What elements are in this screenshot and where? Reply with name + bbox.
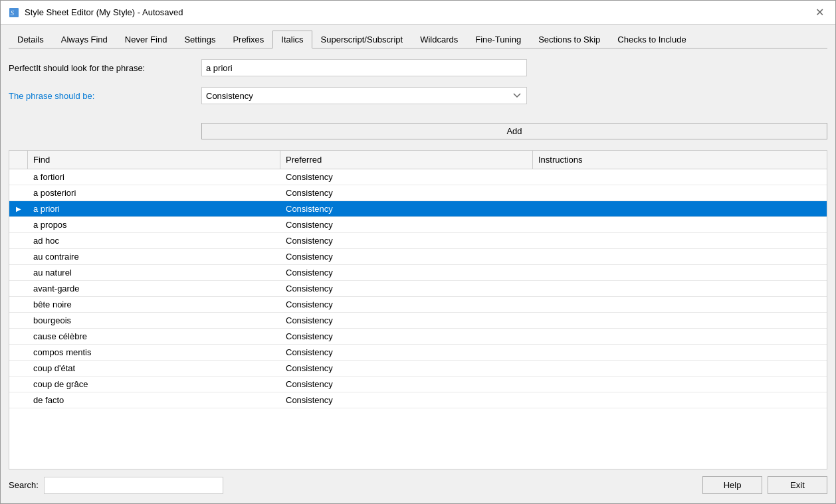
row-find: a propos xyxy=(28,218,280,231)
table-row[interactable]: bourgeois Consistency xyxy=(9,313,827,329)
footer-right: Help Exit xyxy=(702,476,827,494)
tab-fine-tuning[interactable]: Fine-Tuning xyxy=(467,31,530,48)
table-row[interactable]: cause célèbre Consistency xyxy=(9,329,827,345)
search-label: Search: xyxy=(9,480,39,490)
exit-button[interactable]: Exit xyxy=(768,476,827,494)
row-find: ad hoc xyxy=(28,234,280,247)
table-row[interactable]: de facto Consistency xyxy=(9,392,827,408)
tab-bar: Details Always Find Never Find Settings … xyxy=(9,30,827,48)
row-preferred: Consistency xyxy=(280,218,533,231)
style-label: The phrase should be: xyxy=(9,91,201,101)
tab-superscript-subscript[interactable]: Superscript/Subscript xyxy=(312,31,412,48)
row-instructions xyxy=(533,335,827,338)
phrase-row: PerfectIt should look for the phrase: xyxy=(9,59,827,76)
tab-wildcards[interactable]: Wildcards xyxy=(411,31,467,48)
row-arrow xyxy=(9,335,28,338)
search-input[interactable] xyxy=(44,477,223,494)
table-row[interactable]: coup de grâce Consistency xyxy=(9,377,827,392)
tab-checks-to-include[interactable]: Checks to Include xyxy=(609,31,694,48)
row-preferred: Consistency xyxy=(280,282,533,295)
row-preferred: Consistency xyxy=(280,234,533,247)
table-row[interactable]: bête noire Consistency xyxy=(9,297,827,313)
row-instructions xyxy=(533,303,827,306)
table-row[interactable]: avant-garde Consistency xyxy=(9,281,827,297)
row-arrow xyxy=(9,351,28,354)
row-preferred: Consistency xyxy=(280,187,533,199)
style-select[interactable]: Consistency Always Italic Never Italic xyxy=(201,87,527,104)
form-section: PerfectIt should look for the phrase: Th… xyxy=(9,59,827,115)
row-arrow xyxy=(9,256,28,258)
tab-sections-to-skip[interactable]: Sections to Skip xyxy=(530,31,609,48)
table-row[interactable]: coup d'état Consistency xyxy=(9,361,827,377)
row-arrow: ▶ xyxy=(9,204,28,214)
row-find: avant-garde xyxy=(28,282,280,295)
row-preferred: Consistency xyxy=(280,250,533,263)
row-instructions xyxy=(533,176,827,179)
row-arrow xyxy=(9,176,28,179)
row-instructions xyxy=(533,224,827,226)
row-find: a posteriori xyxy=(28,187,280,199)
tab-never-find[interactable]: Never Find xyxy=(116,31,176,48)
scrollbar-spacer xyxy=(815,151,827,169)
row-find: cause célèbre xyxy=(28,330,280,343)
col-header-instructions: Instructions xyxy=(533,151,815,169)
table-row[interactable]: a propos Consistency xyxy=(9,217,827,233)
row-preferred: Consistency xyxy=(280,314,533,327)
phrase-input[interactable] xyxy=(201,59,527,76)
footer-left: Search: xyxy=(9,477,223,494)
table-row[interactable]: a posteriori Consistency xyxy=(9,185,827,201)
row-arrow xyxy=(9,319,28,322)
main-window: S Style Sheet Editor (My Style) - Autosa… xyxy=(0,0,836,504)
style-row: The phrase should be: Consistency Always… xyxy=(9,87,827,104)
footer: Search: Help Exit xyxy=(9,469,827,498)
row-preferred: Consistency xyxy=(280,346,533,359)
add-button[interactable]: Add xyxy=(201,123,827,139)
help-button[interactable]: Help xyxy=(702,476,762,494)
row-instructions xyxy=(533,383,827,386)
row-find: compos mentis xyxy=(28,346,280,359)
tab-prefixes[interactable]: Prefixes xyxy=(224,31,272,48)
table-header: Find Preferred Instructions xyxy=(9,151,827,169)
tab-always-find[interactable]: Always Find xyxy=(52,31,116,48)
window-title: Style Sheet Editor (My Style) - Autosave… xyxy=(25,7,183,17)
row-find: a priori xyxy=(28,203,280,215)
row-preferred: Consistency xyxy=(280,378,533,390)
row-instructions xyxy=(533,272,827,274)
row-instructions xyxy=(533,367,827,370)
main-area: PerfectIt should look for the phrase: Th… xyxy=(9,48,827,469)
table-container: Find Preferred Instructions a fortiori C… xyxy=(9,150,827,469)
svg-text:S: S xyxy=(11,9,14,17)
table-row[interactable]: a fortiori Consistency xyxy=(9,169,827,185)
row-instructions xyxy=(533,319,827,322)
row-find: bourgeois xyxy=(28,314,280,327)
title-bar-left: S Style Sheet Editor (My Style) - Autosa… xyxy=(9,7,183,18)
row-instructions xyxy=(533,192,827,195)
title-bar: S Style Sheet Editor (My Style) - Autosa… xyxy=(1,1,835,25)
row-find: au naturel xyxy=(28,266,280,279)
table-row[interactable]: compos mentis Consistency xyxy=(9,345,827,361)
tab-details[interactable]: Details xyxy=(9,31,52,48)
row-instructions xyxy=(533,256,827,258)
row-instructions xyxy=(533,208,827,210)
table-row[interactable]: au contraire Consistency xyxy=(9,249,827,265)
row-find: coup de grâce xyxy=(28,378,280,390)
tab-italics[interactable]: Italics xyxy=(272,31,312,48)
row-preferred: Consistency xyxy=(280,203,533,215)
table-row[interactable]: ▶ a priori Consistency xyxy=(9,201,827,217)
row-find: de facto xyxy=(28,394,280,406)
table-row[interactable]: ad hoc Consistency xyxy=(9,233,827,249)
table-body[interactable]: a fortiori Consistency a posteriori Cons… xyxy=(9,169,827,469)
row-preferred: Consistency xyxy=(280,266,533,279)
tab-settings[interactable]: Settings xyxy=(175,31,224,48)
row-arrow xyxy=(9,240,28,242)
row-arrow xyxy=(9,272,28,274)
row-preferred: Consistency xyxy=(280,330,533,343)
row-preferred: Consistency xyxy=(280,362,533,375)
col-header-find: Find xyxy=(28,151,280,169)
close-button[interactable]: ✕ xyxy=(811,5,827,21)
col-header-preferred: Preferred xyxy=(280,151,533,169)
table-row[interactable]: au naturel Consistency xyxy=(9,265,827,281)
col-header-arrow xyxy=(9,151,28,169)
row-arrow xyxy=(9,224,28,226)
row-find: a fortiori xyxy=(28,171,280,183)
